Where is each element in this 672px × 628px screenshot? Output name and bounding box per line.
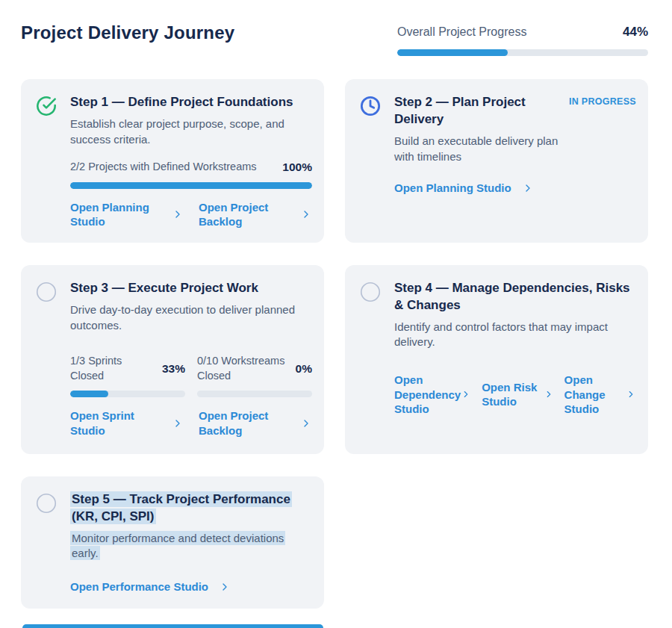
card-step-5: Step 5 — Track Project Performance (KR, … (21, 476, 324, 609)
chevron-right-icon (522, 182, 534, 194)
step-3-title: Step 3 — Execute Project Work (70, 280, 312, 297)
workstreams-metric-label: 0/10 Workstreams Closed (197, 354, 290, 383)
chevron-right-icon (172, 417, 184, 429)
card-step-3: Step 3 — Execute Project Work Drive day-… (21, 265, 324, 454)
open-risk-studio-link[interactable]: Open Risk Studio (482, 373, 553, 417)
step-2-description: Build an executable delivery plan with t… (394, 134, 581, 164)
in-progress-badge: IN PROGRESS (561, 94, 636, 107)
step-1-title: Step 1 — Define Project Foundations (70, 94, 312, 111)
step-4-title: Step 4 — Manage Dependencies, Risks & Ch… (394, 280, 636, 314)
steps-grid: Step 1 — Define Project Foundations Esta… (21, 79, 648, 609)
step-1-metric-percent: 100% (282, 161, 312, 174)
card-step-2: Step 2 — Plan Project Delivery IN PROGRE… (345, 79, 648, 243)
overall-progress-percent: 44% (623, 25, 648, 40)
open-planning-studio-link[interactable]: Open Planning Studio (70, 200, 184, 229)
open-project-backlog-link[interactable]: Open Project Backlog (199, 408, 312, 438)
sprints-progress-fill (70, 391, 108, 397)
circle-icon (36, 282, 57, 302)
workstreams-metric: 0/10 Workstreams Closed 0% (197, 354, 312, 397)
step-5-title: Step 5 — Track Project Performance (KR, … (70, 491, 312, 526)
circle-icon (360, 282, 381, 302)
project-delivery-journey-page: Project Delivery Journey Overall Project… (0, 0, 672, 609)
step-4-description: Identify and control factors that may im… (394, 320, 636, 350)
overall-progress-label: Overall Project Progress (397, 25, 526, 39)
check-circle-icon (36, 96, 57, 116)
open-planning-studio-link[interactable]: Open Planning Studio (394, 181, 534, 196)
chevron-right-icon (300, 417, 312, 429)
chevron-right-icon (461, 389, 471, 400)
card-step-1: Step 1 — Define Project Foundations Esta… (21, 79, 324, 243)
chevron-right-icon (300, 208, 312, 220)
sprints-metric-label: 1/3 Sprints Closed (70, 354, 156, 383)
workstreams-metric-percent: 0% (296, 362, 312, 376)
clock-icon (360, 96, 381, 116)
step-3-description: Drive day-to-day execution to deliver pl… (70, 302, 312, 333)
step-1-progress-fill (70, 182, 312, 189)
card-step-4: Step 4 — Manage Dependencies, Risks & Ch… (345, 265, 648, 454)
open-performance-studio-link[interactable]: Open Performance Studio (70, 579, 231, 594)
open-change-studio-link[interactable]: Open Change Studio (564, 373, 636, 417)
page-header: Project Delivery Journey Overall Project… (21, 22, 648, 56)
chevron-right-icon (219, 581, 231, 593)
open-project-backlog-link[interactable]: Open Project Backlog (199, 200, 312, 229)
overall-progress-bar (397, 49, 648, 56)
overall-progress-fill (397, 49, 508, 56)
workstreams-progress-bar (197, 391, 312, 397)
step-1-metric-label: 2/2 Projects with Defined Workstreams (70, 160, 257, 175)
chevron-right-icon (172, 208, 184, 220)
circle-icon (36, 493, 57, 514)
sprints-metric-percent: 33% (162, 362, 185, 376)
chevron-right-icon (626, 389, 636, 400)
sprints-metric: 1/3 Sprints Closed 33% (70, 354, 185, 397)
step-1-progress-bar (70, 182, 312, 189)
sprints-progress-bar (70, 391, 185, 397)
step-2-title: Step 2 — Plan Project Delivery (394, 94, 551, 128)
open-dependency-studio-link[interactable]: Open Dependency Studio (394, 373, 471, 417)
step-5-description: Monitor performance and detect deviation… (70, 531, 312, 562)
overall-progress-section: Overall Project Progress 44% (397, 22, 648, 56)
page-title: Project Delivery Journey (21, 22, 234, 43)
chevron-right-icon (544, 389, 554, 400)
open-sprint-studio-link[interactable]: Open Sprint Studio (70, 408, 184, 438)
step-1-description: Establish clear project purpose, scope, … (70, 116, 312, 147)
cutoff-progress-bar (22, 624, 323, 628)
